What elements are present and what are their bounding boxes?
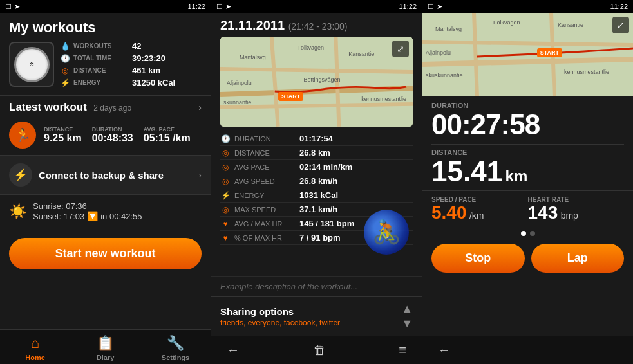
latest-duration-label: DURATION [92, 126, 133, 132]
connect-chevron-icon: › [198, 170, 202, 180]
detail-stat-energy: ⚡ ENERGY 1031 kCal [220, 188, 413, 203]
map-svg: Mantalsvg Folkvägen Kansantie Aljainpolu… [220, 37, 413, 127]
sharing-text: Sharing options friends, everyone, faceb… [220, 306, 340, 327]
connect-backup-row[interactable]: ⚡ Connect to backup & share › [0, 155, 211, 195]
detail-stat-avg-speed: ◎ AVG SPEED 26.8 km/h [220, 174, 413, 188]
active-map-expand-button[interactable]: ⤢ [612, 17, 629, 33]
workout-date: 21.11.2011 [220, 18, 285, 32]
sun-section: ☀️ Sunrise: 07:36 Sunset: 17:03 🔽 in 00:… [0, 195, 211, 230]
detail-avg-pace-label: AVG PACE [234, 163, 296, 171]
detail-stat-distance: ◎ DISTANCE 26.8 km 🚴 [220, 146, 413, 160]
energy-icon: ⚡ [61, 78, 70, 87]
nav-item-diary[interactable]: 📋 Diary [70, 330, 140, 364]
sharing-section: Sharing options friends, everyone, faceb… [211, 296, 422, 336]
back-button[interactable]: ← [227, 343, 240, 358]
latest-workout-stats: 🏃 DISTANCE 9.25 km DURATION 00:48:33 AVG… [0, 118, 211, 155]
workout-map: Mantalsvg Folkvägen Kansantie Aljainpolu… [220, 37, 413, 127]
panel3-bottom-bar: ← [422, 336, 633, 364]
home-icon: ⌂ [31, 335, 39, 352]
workout-date-header: 21.11.2011 (21:42 - 23:00) [211, 13, 422, 37]
delete-button[interactable]: 🗑 [313, 343, 326, 358]
detail-pct-max-hr-label: % OF MAX HR [234, 234, 296, 242]
menu-button[interactable]: ≡ [399, 343, 406, 358]
stat-row-energy: ⚡ ENERGY 31250 kCal [61, 77, 202, 89]
diary-icon: 📋 [97, 335, 114, 352]
detail-distance-icon: ◎ [220, 149, 231, 158]
sun-icon: ☀️ [9, 203, 26, 220]
distance-label: DISTANCE [73, 67, 128, 74]
detail-heart-icon: ♥ [220, 219, 231, 228]
active-map-start-pin: START [537, 48, 562, 57]
run-icon: 🏃 [9, 122, 36, 149]
panel-active-workout: ☐ ➤ 11:22 Mantalsvg Folkvägen Kansantie … [422, 0, 633, 364]
status-time-2: 11:22 [399, 3, 417, 10]
svg-text:Kansantie: Kansantie [348, 51, 374, 57]
latest-duration-value: 00:48:33 [92, 132, 133, 144]
nav-item-settings[interactable]: 🔧 Settings [140, 330, 211, 364]
stop-button[interactable]: Stop [431, 244, 525, 273]
latest-duration: DURATION 00:48:33 [92, 126, 133, 144]
svg-text:Folkvägen: Folkvägen [298, 44, 324, 51]
svg-text:Mantalsvg: Mantalsvg [435, 26, 462, 32]
status-bar-1: ☐ ➤ 11:22 [0, 0, 211, 13]
detail-distance-value: 26.8 km [299, 148, 413, 158]
detail-energy-value: 1031 kCal [299, 190, 413, 200]
active-distance-unit: km [505, 167, 528, 185]
stats-divider [431, 144, 624, 145]
workout-description[interactable]: Example description of the workout... [211, 276, 422, 296]
active-workout-map: Mantalsvg Folkvägen Kansantie Aljainpolu… [422, 13, 633, 96]
bottom-nav: ⌂ Home 📋 Diary 🔧 Settings [0, 329, 211, 364]
energy-label: ENERGY [73, 79, 128, 86]
active-bottom-stats: SPEED / PACE 5.40 /km HEART RATE 143 bmp [422, 190, 633, 228]
active-duration-value: 00:27:58 [431, 109, 624, 140]
workout-detail-stats: 🕐 DURATION 01:17:54 ◎ DISTANCE 26.8 km 🚴… [211, 127, 422, 276]
bike-icon-area: 🚴 [364, 210, 409, 255]
lap-button[interactable]: Lap [531, 244, 625, 273]
detail-avg-pace-value: 02:14 min/km [299, 162, 413, 172]
latest-pace-value: 05:15 /km [144, 132, 191, 144]
connect-left: ⚡ Connect to backup & share [9, 163, 164, 187]
logo-inner: ⏱ [14, 47, 50, 82]
start-new-workout-button[interactable]: Start new workout [9, 238, 202, 269]
connect-icon: ⚡ [9, 163, 32, 187]
svg-text:kennusmestantlie: kennusmestantlie [361, 96, 406, 102]
panel-workout-detail: ☐ ➤ 11:22 21.11.2011 (21:42 - 23:00) [211, 0, 422, 364]
active-back-button[interactable]: ← [438, 343, 451, 358]
latest-workout-subtitle: 2 days ago [93, 104, 131, 113]
stat-row-distance: ◎ DISTANCE 461 km [61, 64, 202, 77]
status-time-3: 11:22 [610, 3, 628, 10]
detail-avg-speed-label: AVG SPEED [234, 177, 296, 185]
sharing-arrows-icon: ▲ ▼ [401, 302, 413, 331]
active-heart-row: 143 bmp [528, 203, 625, 223]
detail-stat-avg-pace: ◎ AVG PACE 02:14 min/km [220, 160, 413, 174]
panel3-content: Mantalsvg Folkvägen Kansantie Aljainpolu… [422, 13, 633, 336]
latest-workout-title: Latest workout [9, 101, 87, 113]
detail-distance-label: DISTANCE [234, 149, 296, 157]
status-icons-left-3: ☐ ➤ [428, 3, 442, 11]
latest-distance-value: 9.25 km [44, 132, 82, 144]
workout-time-range: (21:42 - 23:00) [288, 21, 348, 32]
page-title: My workouts [0, 13, 211, 40]
status-bar-2: ☐ ➤ 11:22 [211, 0, 422, 13]
svg-text:Aljainpolu: Aljainpolu [426, 50, 451, 56]
active-distance-value: 15.41 [431, 156, 502, 187]
svg-text:Kansantie: Kansantie [558, 22, 583, 28]
stat-row-workouts: 💧 WORKOUTS 42 [61, 40, 202, 52]
svg-text:skunnantie: skunnantie [223, 99, 251, 105]
active-speed-stat: SPEED / PACE 5.40 /km [431, 196, 528, 223]
sunset-arrow-icon: 🔽 [87, 211, 98, 221]
detail-energy-label: ENERGY [234, 192, 296, 199]
latest-workout-header[interactable]: Latest workout 2 days ago › [0, 95, 211, 118]
map-expand-button[interactable]: ⤢ [392, 41, 409, 57]
status-icons-left: ☐ ➤ [5, 3, 20, 11]
active-heart-unit: bmp [561, 210, 578, 221]
detail-stat-duration: 🕐 DURATION 01:17:54 [220, 132, 413, 146]
active-action-buttons: Stop Lap [422, 239, 633, 279]
workout-stats-table: 💧 WORKOUTS 42 🕐 TOTAL TIME 39:23:20 ◎ DI… [61, 40, 202, 89]
page-dot-2 [530, 231, 535, 236]
sharing-options: friends, everyone, facebook, twitter [220, 318, 340, 327]
distance-icon: ◎ [61, 66, 70, 75]
sharing-row: Sharing options friends, everyone, faceb… [220, 302, 413, 331]
workouts-icon: 💧 [61, 42, 70, 51]
nav-item-home[interactable]: ⌂ Home [0, 330, 70, 364]
